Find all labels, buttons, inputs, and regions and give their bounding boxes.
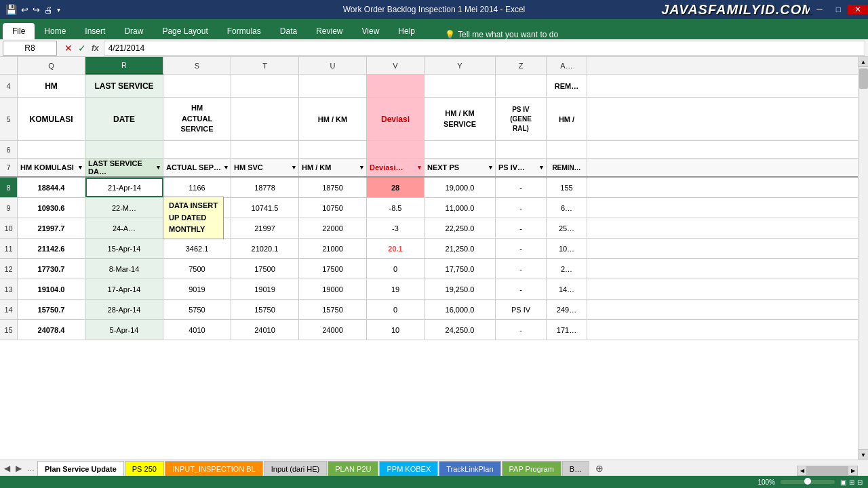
filter-dropdown-T7[interactable]: ▾	[292, 164, 296, 171]
cell-A14[interactable]: 249…	[547, 300, 587, 319]
cell-A13[interactable]: 14…	[547, 279, 587, 299]
undo-icon[interactable]: ↩	[21, 5, 28, 15]
scroll-left-button[interactable]: ◀	[797, 466, 807, 476]
cell-Y9[interactable]: 11,000.0	[425, 198, 496, 218]
cell-S15[interactable]: 4010	[163, 320, 231, 340]
tab-draw[interactable]: Draw	[115, 23, 153, 39]
cell-A15[interactable]: 171…	[547, 320, 587, 340]
cell-T7[interactable]: HM SVC ▾	[231, 159, 299, 176]
col-header-R[interactable]: R	[85, 57, 163, 75]
cell-T9[interactable]: 10741.5	[231, 198, 299, 218]
cell-T10[interactable]: 21997	[231, 218, 299, 238]
cell-S5[interactable]: HMACTUALSERVICE	[163, 98, 231, 140]
cell-T4[interactable]	[231, 75, 299, 97]
cell-S11[interactable]: 3462.1	[163, 239, 231, 258]
cell-T5[interactable]	[231, 98, 299, 140]
tell-me-box[interactable]: 💡 Tell me what you want to do	[438, 30, 565, 39]
cell-Q14[interactable]: 15750.7	[18, 300, 85, 319]
cell-Y6[interactable]	[425, 141, 496, 158]
cell-S9[interactable]: 741.5	[163, 198, 231, 218]
cell-R6[interactable]	[85, 141, 163, 158]
col-header-A2[interactable]: A…	[547, 57, 587, 75]
cell-S7[interactable]: ACTUAL SEP… ▾	[163, 159, 231, 176]
cell-U6[interactable]	[299, 141, 367, 158]
cell-R9[interactable]: 22-M…	[85, 198, 163, 218]
confirm-formula-icon[interactable]: ✓	[76, 43, 88, 54]
cell-Q15[interactable]: 24078.4	[18, 320, 85, 340]
tab-page-layout[interactable]: Page Layout	[153, 23, 217, 39]
col-resize-handle[interactable]	[160, 57, 163, 73]
cell-V5[interactable]: Deviasi	[367, 98, 425, 140]
cell-Z15[interactable]: -	[496, 320, 547, 340]
cell-U11[interactable]: 21000	[299, 239, 367, 258]
cancel-formula-icon[interactable]: ✕	[62, 43, 75, 54]
cell-T6[interactable]	[231, 141, 299, 158]
col-header-Q[interactable]: Q	[18, 57, 85, 75]
filter-dropdown-Q7[interactable]: ▾	[79, 164, 82, 171]
cell-R10[interactable]: 24-A…	[85, 218, 163, 238]
cell-U9[interactable]: 10750	[299, 198, 367, 218]
cell-Y4[interactable]	[425, 75, 496, 97]
cell-A7[interactable]: REMIN…	[547, 159, 587, 176]
cell-U12[interactable]: 17500	[299, 259, 367, 279]
scroll-down-button[interactable]: ▼	[859, 449, 869, 460]
cell-Z9[interactable]: -	[496, 198, 547, 218]
cell-Q5[interactable]: KOMULASI	[18, 98, 85, 140]
insert-function-icon[interactable]: fx	[90, 43, 101, 53]
tab-home[interactable]: Home	[35, 23, 75, 39]
cell-Q13[interactable]: 19104.0	[18, 279, 85, 299]
cell-U15[interactable]: 24000	[299, 320, 367, 340]
view-normal-icon[interactable]: ▣	[840, 479, 846, 486]
tab-data[interactable]: Data	[271, 23, 307, 39]
col-header-U[interactable]: U	[299, 57, 367, 75]
cell-R12[interactable]: 8-Mar-14	[85, 259, 163, 279]
filter-dropdown-S7[interactable]: ▾	[224, 164, 228, 171]
cell-T15[interactable]: 24010	[231, 320, 299, 340]
view-layout-icon[interactable]: ⊞	[849, 479, 854, 486]
cell-Y13[interactable]: 19,250.0	[425, 279, 496, 299]
cell-V14[interactable]: 0	[367, 300, 425, 319]
cell-U10[interactable]: 22000	[299, 218, 367, 238]
col-header-V[interactable]: V	[367, 57, 425, 75]
cell-S6[interactable]	[163, 141, 231, 158]
maximize-button[interactable]: □	[829, 5, 848, 14]
cell-U5[interactable]: HM / KM	[299, 98, 367, 140]
cell-Q4[interactable]: HM	[18, 75, 85, 97]
cell-A10[interactable]: 25…	[547, 218, 587, 238]
zoom-slider[interactable]	[781, 480, 835, 484]
cell-A11[interactable]: 10…	[547, 239, 587, 258]
tab-view[interactable]: View	[353, 23, 389, 39]
cell-S13[interactable]: 9019	[163, 279, 231, 299]
tab-review[interactable]: Review	[307, 23, 352, 39]
ellipsis-tabs[interactable]: …	[24, 461, 37, 476]
tab-help[interactable]: Help	[389, 23, 425, 39]
scroll-up-button[interactable]: ▲	[859, 57, 869, 67]
cell-A8[interactable]: 155	[547, 178, 587, 197]
cell-V11[interactable]: 20.1	[367, 239, 425, 258]
sheet-nav-prev[interactable]: ◀	[1, 461, 13, 476]
cell-A6[interactable]	[547, 141, 587, 158]
cell-V15[interactable]: 10	[367, 320, 425, 340]
cell-U7[interactable]: HM / KM ▾	[299, 159, 367, 176]
cell-Q8[interactable]: 18844.4	[18, 178, 85, 197]
cell-A9[interactable]: 6…	[547, 198, 587, 218]
cell-Z5[interactable]: PS IV(GENERAL)	[496, 98, 547, 140]
filter-dropdown-U7[interactable]: ▾	[360, 164, 363, 171]
cell-R14[interactable]: 28-Apr-14	[85, 300, 163, 319]
dropdown-icon[interactable]: ▾	[57, 6, 60, 14]
cell-V4[interactable]	[367, 75, 425, 97]
cell-S10[interactable]: 1997	[163, 218, 231, 238]
cell-R7[interactable]: LAST SERVICE DA… ▾	[85, 159, 163, 176]
cell-Y14[interactable]: 16,000.0	[425, 300, 496, 319]
cell-Y12[interactable]: 17,750.0	[425, 259, 496, 279]
cell-T8[interactable]: 18778	[231, 178, 299, 197]
sheet-nav-next[interactable]: ▶	[13, 461, 24, 476]
cell-T12[interactable]: 17500	[231, 259, 299, 279]
cell-Z12[interactable]: -	[496, 259, 547, 279]
cell-R11[interactable]: 15-Apr-14	[85, 239, 163, 258]
close-button[interactable]: ✕	[848, 5, 868, 14]
cell-A12[interactable]: 2…	[547, 259, 587, 279]
cell-Z10[interactable]: -	[496, 218, 547, 238]
cell-Q12[interactable]: 17730.7	[18, 259, 85, 279]
filter-dropdown-Z7[interactable]: ▾	[540, 164, 543, 171]
